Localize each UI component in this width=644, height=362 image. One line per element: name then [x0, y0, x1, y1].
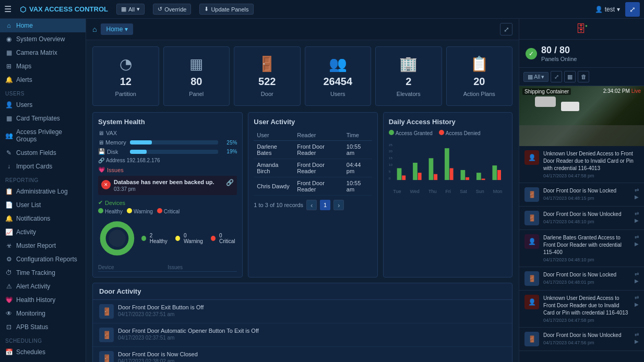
rp-activity-text: Door Front Door is Now Unlocked	[543, 211, 630, 218]
sidebar-item-notifications[interactable]: 🔔 Notifications	[0, 212, 86, 225]
svg-rect-17	[466, 177, 469, 180]
svg-rect-21	[497, 170, 501, 180]
sidebar-item-config-reports[interactable]: ⚙ Configuration Reports	[0, 252, 86, 266]
door-activity-icon: 🚪	[99, 328, 114, 342]
devices-donut-chart	[98, 218, 136, 259]
sidebar-item-access-privilege-groups[interactable]: 👥 Access Privilege Groups	[0, 125, 86, 146]
svg-text:10: 10	[389, 163, 392, 166]
sidebar-item-apb-status[interactable]: ⊡ APB Status	[0, 320, 86, 334]
expand-button[interactable]: ⤢	[625, 2, 640, 17]
all-button[interactable]: ▦All▾	[116, 4, 145, 15]
alert-text: Unknown User Denied Access to Front Door…	[543, 150, 639, 172]
svg-rect-12	[428, 158, 433, 180]
sidebar-item-custom-fields[interactable]: ✎ Custom Fields	[0, 146, 86, 160]
update-panels-button[interactable]: ⬇Update Panels	[199, 4, 253, 15]
sidebar-item-system-overview[interactable]: ◉ System Overview	[0, 32, 86, 46]
svg-text:25: 25	[389, 143, 392, 147]
rp-share-button[interactable]: ⇄	[635, 271, 639, 277]
sidebar-item-home[interactable]: ⌂ Home	[0, 19, 86, 32]
sidebar-item-activity[interactable]: 📈 Activity	[0, 225, 86, 239]
sidebar-item-schedules[interactable]: 📅 Schedules	[0, 345, 86, 359]
svg-rect-19	[481, 178, 485, 180]
sidebar-item-alerts[interactable]: 🔔 Alerts	[0, 73, 86, 87]
rp-activity-icon: 🚪	[524, 332, 539, 346]
override-button[interactable]: ↺Override	[153, 4, 191, 15]
rp-share-button[interactable]: ⇄	[635, 211, 639, 216]
sidebar-item-card-templates[interactable]: ▦ Card Templates	[0, 112, 86, 125]
fullscreen-button[interactable]: ⤢	[500, 23, 512, 35]
rp-share-button[interactable]: ⇄	[635, 187, 639, 193]
user-activity-row[interactable]: Darlene BatesFront Door Reader10:55 am	[254, 141, 372, 159]
panels-online-label: Panels Online	[541, 56, 577, 62]
rp-activity-item: 🚪 Door Front Door is Now Locked 04/17/20…	[519, 183, 644, 207]
prev-page-button[interactable]: ‹	[306, 200, 317, 210]
sidebar-item-time-tracking[interactable]: ⏱ Time Tracking	[0, 266, 86, 280]
rp-activity-icon: 👤	[524, 295, 539, 309]
disk-percent: 19%	[221, 149, 237, 154]
door-stat-card[interactable]: 🚪 522 Door	[234, 46, 301, 106]
camera-time: 2:34:02 PM Live	[603, 88, 641, 94]
partition-icon: ◔	[120, 55, 132, 73]
door-activity-icon: 🚪	[99, 351, 114, 362]
rp-video-button[interactable]: ▶	[635, 218, 639, 223]
grid-view-button[interactable]: ▦	[564, 71, 576, 82]
issue-link-icon[interactable]: 🔗	[226, 179, 234, 186]
system-overview-icon: ◉	[5, 35, 13, 43]
door-activity-time: 04/17/2023 02:37:51 am	[118, 335, 259, 341]
home-breadcrumb[interactable]: Home ▾	[101, 23, 133, 35]
sidebar-item-maps[interactable]: ⊞ Maps	[0, 59, 86, 73]
user-list-icon: 📄	[5, 201, 13, 209]
rp-video-button[interactable]: ▶	[635, 301, 639, 307]
next-page-button[interactable]: ›	[333, 200, 344, 210]
notifications-icon: 🔔	[5, 215, 13, 222]
address-row: 🔗 Address 192.168.2.176	[98, 158, 237, 163]
chart-area: 25 20 15 10 5 0	[389, 139, 507, 191]
main-layout: ⌂ Home ◉ System Overview ▦ Camera Matrix…	[0, 19, 644, 362]
action-plans-stat-card[interactable]: 📋 20 Action Plans	[446, 46, 513, 106]
rp-activity-text: Door Front Door is Now Unlocked	[543, 332, 630, 339]
health-server: 🖥 VAX	[98, 130, 237, 136]
sidebar-item-import-cards[interactable]: ↓ Import Cards	[0, 160, 86, 173]
sidebar-item-camera-matrix[interactable]: ▦ Camera Matrix	[0, 46, 86, 59]
partition-stat-card[interactable]: ◔ 12 Partition	[92, 46, 159, 106]
sidebar-item-muster-report[interactable]: ☣ Muster Report	[0, 239, 86, 252]
rp-video-button[interactable]: ▶	[635, 339, 639, 344]
sidebar-item-users[interactable]: 👤 Users	[0, 98, 86, 112]
rp-video-button[interactable]: ▶	[635, 241, 639, 247]
user-activity-row[interactable]: Amanda BirchFront Door Reader04:44 pm	[254, 159, 372, 177]
card-templates-icon: ▦	[5, 115, 13, 122]
all-filter-button[interactable]: ▦ All ▾	[523, 72, 548, 82]
menu-icon[interactable]: ☰	[4, 4, 11, 14]
delete-button[interactable]: 🗑	[578, 71, 589, 82]
config-reports-icon: ⚙	[5, 256, 13, 263]
rp-video-button[interactable]: ▶	[635, 278, 639, 284]
rp-share-button[interactable]: ⇄	[635, 234, 639, 240]
user-activity-row[interactable]: Chris DawdyFront Door Reader10:55 am	[254, 177, 372, 196]
rp-video-button[interactable]: ▶	[635, 194, 639, 200]
users-stat-card[interactable]: 👥 26454 Users	[305, 46, 372, 106]
camera-feed: Shipping Container 2:34:02 PM Live	[519, 86, 644, 146]
disk-progress-bar	[130, 150, 218, 154]
main-header: ⌂ Home ▾ ⤢	[86, 19, 519, 40]
stat-cards-row: ◔ 12 Partition ▦ 80 Panel 🚪 522 Door 👥 2…	[92, 46, 512, 106]
sidebar-item-alert-activity[interactable]: ⚠ Alert Activity	[0, 280, 86, 293]
door-activity-item: 🚪 Door Front Door is Now Closed 04/17/20…	[93, 347, 512, 362]
panel-stat-card[interactable]: ▦ 80 Panel	[163, 46, 230, 106]
expand-feed-button[interactable]: ⤢	[551, 71, 562, 82]
sidebar-item-admin-log[interactable]: 📋 Administrative Log	[0, 185, 86, 198]
sidebar-item-user-list[interactable]: 📄 User List	[0, 198, 86, 212]
issue-error-icon: ✕	[101, 180, 111, 189]
sidebar-item-monitoring[interactable]: 👁 Monitoring	[0, 307, 86, 320]
door-activity-panel: Door Activity 🚪 Door Front Door Exit But…	[92, 283, 512, 362]
disk-progress-fill	[130, 150, 147, 154]
elevators-stat-card[interactable]: 🏢 2 Elevators	[375, 46, 442, 106]
user-menu[interactable]: 👤 test ▾	[595, 6, 620, 13]
memory-row: 🖥 Memory 25%	[98, 139, 237, 146]
door-activity-header: Door Activity	[93, 283, 512, 300]
rp-share-button[interactable]: ⇄	[635, 295, 639, 300]
disk-icon: 💾	[98, 148, 105, 155]
daily-access-chart: 25 20 15 10 5 0	[389, 139, 507, 186]
sidebar-item-health-history[interactable]: 💗 Health History	[0, 293, 86, 307]
rp-share-button[interactable]: ⇄	[635, 332, 639, 337]
scheduling-section-label: Scheduling	[0, 334, 86, 345]
